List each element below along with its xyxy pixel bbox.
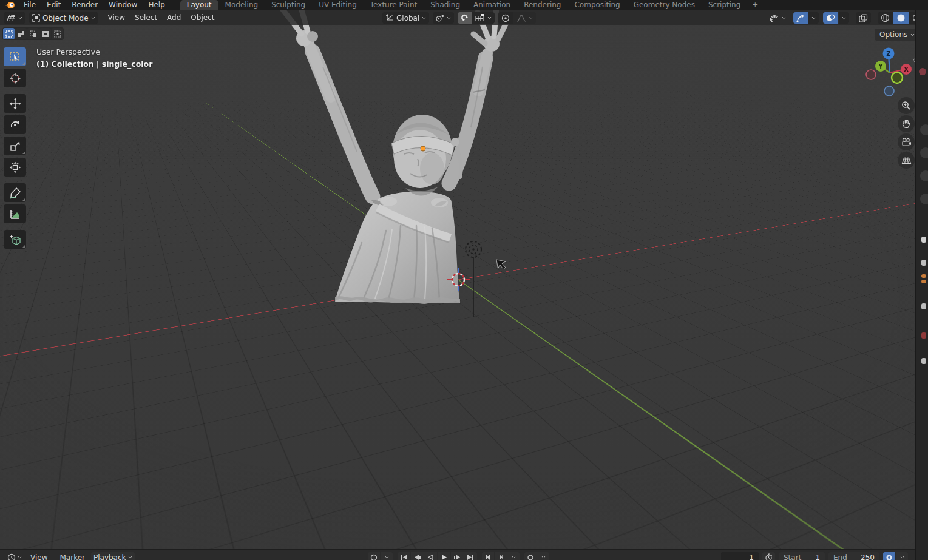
jump-start-icon <box>400 554 408 560</box>
overlays-icon <box>826 14 835 22</box>
tool-scale[interactable] <box>4 137 26 155</box>
select-mode-extend[interactable] <box>15 28 27 39</box>
proportional-editing-toggle[interactable] <box>498 12 513 24</box>
mode-dropdown[interactable]: Object Mode <box>29 12 98 24</box>
select-mode-set[interactable] <box>3 28 15 39</box>
sync-dropdown[interactable] <box>381 552 393 560</box>
tool-transform[interactable] <box>4 158 26 177</box>
frame-end-field[interactable]: End 250 <box>828 552 879 560</box>
zoom-button[interactable] <box>898 97 915 114</box>
gizmo-axis-z-neg[interactable] <box>884 86 894 96</box>
show-overlays-toggle[interactable] <box>823 12 838 24</box>
tab-scripting[interactable]: Scripting <box>702 0 747 10</box>
show-gizmo-toggle[interactable] <box>793 12 808 24</box>
pivot-point-dropdown[interactable] <box>433 12 454 24</box>
proportional-falloff-dropdown[interactable] <box>513 12 536 24</box>
chevron-down-icon <box>422 16 426 19</box>
tab-uv-editing[interactable]: UV Editing <box>312 0 364 10</box>
viewport-3d[interactable] <box>0 25 915 549</box>
tool-select-box[interactable] <box>4 47 26 66</box>
timeline-editor-type-button[interactable] <box>5 552 24 560</box>
keying-dropdown[interactable] <box>896 552 908 560</box>
camera-view-button[interactable] <box>898 133 915 150</box>
keying-set-button[interactable] <box>883 552 895 560</box>
tool-add-cube[interactable] <box>4 230 26 249</box>
chevron-down-icon <box>541 556 546 559</box>
frame-step-dropdown[interactable] <box>507 552 520 560</box>
timeline-header: View Marker Playback <box>0 549 915 560</box>
add-workspace-button[interactable]: + <box>747 0 763 10</box>
chevron-down-icon <box>385 556 389 559</box>
gizmo-axis-x-neg[interactable] <box>866 70 876 79</box>
current-frame-field[interactable]: 1 <box>721 552 759 560</box>
menu-edit[interactable]: Edit <box>41 0 66 10</box>
tab-layout[interactable]: Layout <box>180 0 218 10</box>
tab-sculpting[interactable]: Sculpting <box>265 0 312 10</box>
menu-add[interactable]: Add <box>162 10 186 25</box>
chevron-down-icon <box>91 16 95 19</box>
next-keyframe-button[interactable] <box>451 552 464 560</box>
auto-keying-toggle[interactable] <box>524 552 537 560</box>
jump-to-start-button[interactable] <box>398 552 410 560</box>
menu-window[interactable]: Window <box>103 0 143 10</box>
play-button[interactable] <box>438 552 450 560</box>
tab-rendering[interactable]: Rendering <box>517 0 567 10</box>
tab-geometry-nodes[interactable]: Geometry Nodes <box>627 0 702 10</box>
transform-orientation-dropdown[interactable]: Global <box>382 12 429 24</box>
next-frame-button[interactable] <box>495 552 507 560</box>
ortho-grid-icon <box>901 156 912 164</box>
topbar: File Edit Render Window Help Layout Mode… <box>0 0 928 10</box>
editor-type-button[interactable] <box>4 12 25 24</box>
pan-button[interactable] <box>898 115 915 132</box>
select-mode-subtract[interactable] <box>27 28 39 39</box>
blender-logo-icon[interactable] <box>5 1 15 9</box>
tool-annotate[interactable] <box>4 183 26 202</box>
chevron-down-icon <box>512 556 516 559</box>
menu-view[interactable]: View <box>103 10 130 25</box>
shading-solid-button[interactable] <box>893 12 909 24</box>
options-dropdown[interactable]: Options <box>875 29 920 41</box>
tab-compositing[interactable]: Compositing <box>567 0 626 10</box>
record-icon <box>527 554 534 560</box>
shading-solid-icon <box>896 13 906 22</box>
frame-start-field[interactable]: Start 1 <box>779 552 825 560</box>
object-visibility-dropdown[interactable] <box>766 12 789 24</box>
tool-cursor[interactable] <box>4 69 26 87</box>
play-reverse-button[interactable] <box>424 552 437 560</box>
snap-toggle-button[interactable] <box>458 12 472 24</box>
jump-to-end-button[interactable] <box>464 552 477 560</box>
select-mode-intersect[interactable] <box>52 28 63 39</box>
perspective-toggle-button[interactable] <box>898 152 915 169</box>
tab-shading[interactable]: Shading <box>424 0 467 10</box>
timeline-menu-marker[interactable]: Marker <box>53 553 90 560</box>
menu-select[interactable]: Select <box>130 10 162 25</box>
viewport-info-text: User Perspective (1) Collection | single… <box>36 47 152 69</box>
navigation-gizmo[interactable]: Z Y X <box>865 45 916 101</box>
prev-keyframe-button[interactable] <box>411 552 424 560</box>
timeline-menu-view[interactable]: View <box>24 553 53 560</box>
tool-move[interactable] <box>4 94 26 113</box>
tab-animation[interactable]: Animation <box>467 0 517 10</box>
gizmo-axis-y-neg[interactable] <box>892 72 903 83</box>
shading-wireframe-button[interactable] <box>878 12 893 24</box>
tab-texture-paint[interactable]: Texture Paint <box>364 0 424 10</box>
use-preview-range-toggle[interactable] <box>762 552 775 560</box>
playback-dropdown[interactable]: Playback <box>91 552 135 560</box>
tool-measure[interactable] <box>4 204 26 223</box>
gizmo-dropdown[interactable] <box>808 12 819 24</box>
select-mode-invert[interactable] <box>39 28 51 39</box>
cursor-tool-icon <box>9 72 21 84</box>
overlays-dropdown[interactable] <box>839 12 849 24</box>
menu-render[interactable]: Render <box>66 0 103 10</box>
tab-modeling[interactable]: Modeling <box>218 0 265 10</box>
sync-mode-button[interactable] <box>368 552 380 560</box>
prev-frame-button[interactable] <box>482 552 494 560</box>
menu-help[interactable]: Help <box>143 0 170 10</box>
snap-target-dropdown[interactable] <box>472 12 495 24</box>
menu-file[interactable]: File <box>18 0 41 10</box>
xray-toggle[interactable] <box>856 12 871 24</box>
auto-keying-dropdown[interactable] <box>537 552 549 560</box>
menu-object[interactable]: Object <box>186 10 219 25</box>
tool-rotate[interactable] <box>4 115 26 134</box>
chevron-down-icon <box>782 16 786 19</box>
